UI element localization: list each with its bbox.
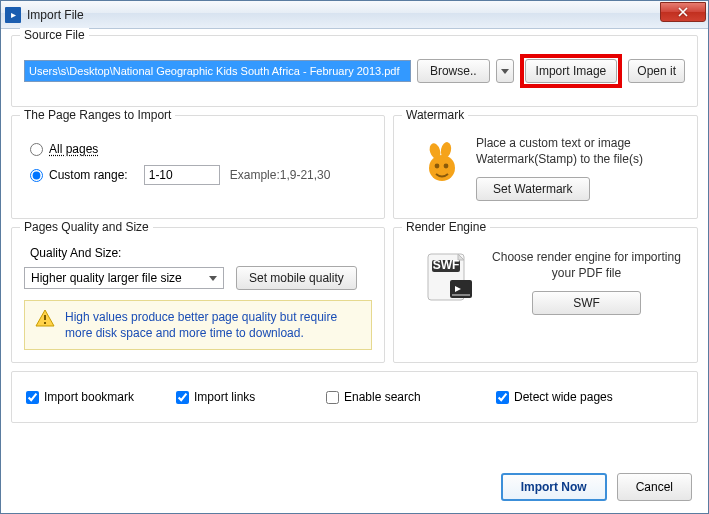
- page-ranges-group: The Page Ranges to Import All pages Cust…: [11, 115, 385, 219]
- import-links-checkbox[interactable]: [176, 391, 189, 404]
- chevron-down-icon: [501, 69, 509, 74]
- import-image-button[interactable]: Import Image: [525, 59, 618, 83]
- all-pages-radio[interactable]: [30, 143, 43, 156]
- browse-button[interactable]: Browse..: [417, 59, 490, 83]
- window-title: Import File: [27, 8, 660, 22]
- import-bookmark-label[interactable]: Import bookmark: [44, 390, 134, 404]
- set-mobile-quality-button[interactable]: Set mobile quality: [236, 266, 357, 290]
- warning-icon: [35, 309, 55, 327]
- options-group: Import bookmark Import links Enable sear…: [11, 371, 698, 423]
- render-description: Choose render engine for importing your …: [492, 250, 681, 281]
- open-it-button[interactable]: Open it: [628, 59, 685, 83]
- quality-info: High values produce better page quality …: [24, 300, 372, 350]
- svg-rect-1: [44, 322, 46, 324]
- import-links-label[interactable]: Import links: [194, 390, 255, 404]
- dialog-footer: Import Now Cancel: [501, 473, 692, 501]
- all-pages-label[interactable]: All pages: [49, 142, 98, 156]
- render-engine-group: Render Engine SWF: [393, 227, 698, 363]
- swf-button[interactable]: SWF: [532, 291, 641, 315]
- watermark-group: Watermark: [393, 115, 698, 219]
- source-file-title: Source File: [20, 28, 89, 42]
- watermark-description: Place a custom text or image Watermark(S…: [476, 136, 681, 167]
- detect-wide-checkbox[interactable]: [496, 391, 509, 404]
- cancel-button[interactable]: Cancel: [617, 473, 692, 501]
- svg-text:SWF: SWF: [433, 258, 460, 272]
- set-watermark-button[interactable]: Set Watermark: [476, 177, 590, 201]
- quality-select-value: Higher quality larger file size: [31, 271, 182, 285]
- import-file-dialog: ▸ Import File Source File Browse.. Impor…: [0, 0, 709, 514]
- titlebar: ▸ Import File: [1, 1, 708, 29]
- quality-title: Pages Quality and Size: [20, 220, 153, 234]
- quality-info-text: High values produce better page quality …: [65, 309, 361, 341]
- custom-range-input[interactable]: [144, 165, 220, 185]
- svg-rect-11: [452, 294, 470, 296]
- watermark-title: Watermark: [402, 108, 468, 122]
- close-icon: [678, 7, 688, 17]
- range-example: Example:1,9-21,30: [230, 168, 331, 182]
- browse-dropdown[interactable]: [496, 59, 514, 83]
- svg-rect-0: [44, 315, 46, 320]
- custom-range-radio[interactable]: [30, 169, 43, 182]
- close-button[interactable]: [660, 2, 706, 22]
- quality-label: Quality And Size:: [30, 246, 372, 260]
- render-engine-title: Render Engine: [402, 220, 490, 234]
- page-ranges-title: The Page Ranges to Import: [20, 108, 175, 122]
- swf-file-icon: SWF: [422, 250, 478, 306]
- svg-point-6: [444, 164, 449, 169]
- import-bookmark-checkbox[interactable]: [26, 391, 39, 404]
- import-now-button[interactable]: Import Now: [501, 473, 607, 501]
- enable-search-checkbox[interactable]: [326, 391, 339, 404]
- import-image-highlight: Import Image: [520, 54, 623, 88]
- app-icon: ▸: [5, 7, 21, 23]
- enable-search-label[interactable]: Enable search: [344, 390, 421, 404]
- source-path-input[interactable]: [24, 60, 411, 82]
- detect-wide-label[interactable]: Detect wide pages: [514, 390, 613, 404]
- quality-select[interactable]: Higher quality larger file size: [24, 267, 224, 289]
- quality-group: Pages Quality and Size Quality And Size:…: [11, 227, 385, 363]
- watermark-icon: [410, 136, 462, 188]
- source-file-group: Source File Browse.. Import Image Open i…: [11, 35, 698, 107]
- custom-range-label[interactable]: Custom range:: [49, 168, 128, 182]
- svg-point-5: [435, 164, 440, 169]
